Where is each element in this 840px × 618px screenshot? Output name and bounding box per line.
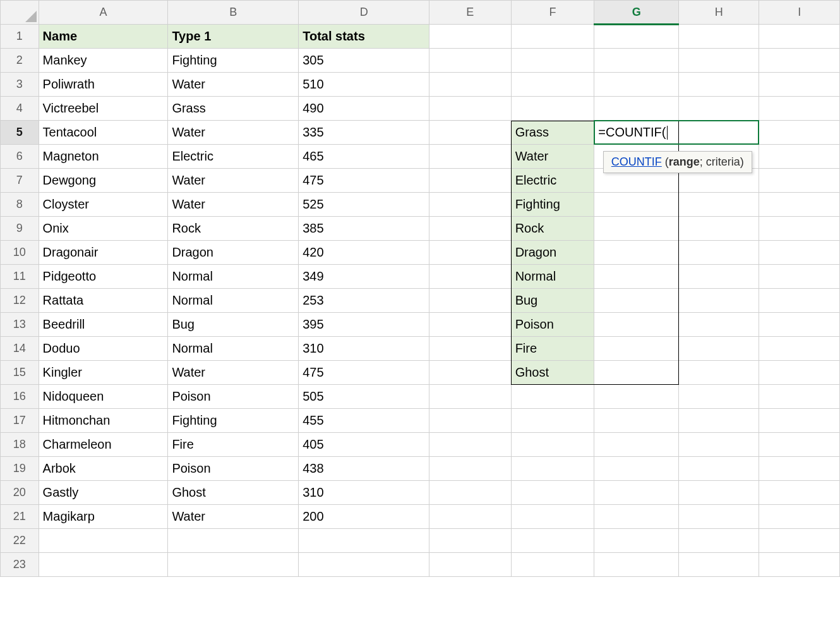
cell-F2[interactable] [511,49,594,73]
cell-I23[interactable] [759,553,840,577]
cell-F1[interactable] [511,25,594,49]
cell-B16[interactable]: Poison [168,385,299,409]
row-header-16[interactable]: 16 [1,385,39,409]
formula-text[interactable]: =COUNTIF( [598,125,666,139]
cell-H5[interactable] [679,121,759,145]
row-header-5[interactable]: 5 [1,121,39,145]
cell-F19[interactable] [511,457,594,481]
row-header-21[interactable]: 21 [1,505,39,529]
cell-H18[interactable] [679,433,759,457]
cell-I6[interactable] [759,145,840,169]
cell-I15[interactable] [759,361,840,385]
cell-E19[interactable] [429,457,512,481]
cell-F3[interactable] [511,73,594,97]
cell-A11[interactable]: Pidgeotto [39,265,168,289]
cell-A12[interactable]: Rattata [39,289,168,313]
cell-A15[interactable]: Kingler [39,361,168,385]
cell-G21[interactable] [594,505,679,529]
cell-I17[interactable] [759,409,840,433]
cell-A21[interactable]: Magikarp [39,505,168,529]
row-header-13[interactable]: 13 [1,313,39,337]
cell-G19[interactable] [594,457,679,481]
cell-E4[interactable] [429,97,512,121]
cell-H1[interactable] [679,25,759,49]
cell-E13[interactable] [429,313,512,337]
cell-F10[interactable]: Dragon [511,241,594,265]
cell-B1[interactable]: Type 1 [168,25,299,49]
cell-G22[interactable] [594,529,679,553]
cell-A8[interactable]: Cloyster [39,193,168,217]
cell-D17[interactable]: 455 [299,409,429,433]
cell-I1[interactable] [759,25,840,49]
cell-D14[interactable]: 310 [299,337,429,361]
row-header-14[interactable]: 14 [1,337,39,361]
cell-A6[interactable]: Magneton [39,145,168,169]
cell-D11[interactable]: 349 [299,265,429,289]
cell-E8[interactable] [429,193,512,217]
cell-F22[interactable] [511,529,594,553]
cell-D8[interactable]: 525 [299,193,429,217]
cell-F6[interactable]: Water [511,145,594,169]
row-header-9[interactable]: 9 [1,217,39,241]
cell-E21[interactable] [429,505,512,529]
cell-E3[interactable] [429,73,512,97]
row-header-12[interactable]: 12 [1,289,39,313]
cell-D3[interactable]: 510 [299,73,429,97]
cell-B21[interactable]: Water [168,505,299,529]
col-header-D[interactable]: D [299,1,429,25]
cell-F15[interactable]: Ghost [511,361,594,385]
cell-E9[interactable] [429,217,512,241]
row-header-1[interactable]: 1 [1,25,39,49]
cell-B5[interactable]: Water [168,121,299,145]
cell-A16[interactable]: Nidoqueen [39,385,168,409]
cell-D6[interactable]: 465 [299,145,429,169]
cell-H12[interactable] [679,289,759,313]
cell-A3[interactable]: Poliwrath [39,73,168,97]
cell-D23[interactable] [299,553,429,577]
cell-B3[interactable]: Water [168,73,299,97]
cell-E12[interactable] [429,289,512,313]
row-header-8[interactable]: 8 [1,193,39,217]
cell-H17[interactable] [679,409,759,433]
cell-B15[interactable]: Water [168,361,299,385]
cell-G23[interactable] [594,553,679,577]
cell-B20[interactable]: Ghost [168,481,299,505]
cell-D19[interactable]: 438 [299,457,429,481]
cell-F17[interactable] [511,409,594,433]
cell-A14[interactable]: Doduo [39,337,168,361]
cell-H14[interactable] [679,337,759,361]
cell-D15[interactable]: 475 [299,361,429,385]
cell-G15[interactable] [594,361,679,385]
cell-B7[interactable]: Water [168,169,299,193]
cell-F12[interactable]: Bug [511,289,594,313]
cell-G9[interactable] [594,217,679,241]
cell-G17[interactable] [594,409,679,433]
cell-E23[interactable] [429,553,512,577]
row-header-23[interactable]: 23 [1,553,39,577]
col-header-F[interactable]: F [511,1,594,25]
cell-F14[interactable]: Fire [511,337,594,361]
col-header-I[interactable]: I [759,1,840,25]
cell-G18[interactable] [594,433,679,457]
cell-I18[interactable] [759,433,840,457]
cell-G20[interactable] [594,481,679,505]
cell-E1[interactable] [429,25,512,49]
cell-G5[interactable]: =COUNTIF( [594,121,679,145]
cell-A7[interactable]: Dewgong [39,169,168,193]
cell-I3[interactable] [759,73,840,97]
cell-D18[interactable]: 405 [299,433,429,457]
cell-E18[interactable] [429,433,512,457]
cell-A19[interactable]: Arbok [39,457,168,481]
cell-D16[interactable]: 505 [299,385,429,409]
cell-E10[interactable] [429,241,512,265]
cell-F4[interactable] [511,97,594,121]
row-header-3[interactable]: 3 [1,73,39,97]
cell-I9[interactable] [759,217,840,241]
cell-A22[interactable] [39,529,168,553]
cell-A18[interactable]: Charmeleon [39,433,168,457]
cell-A17[interactable]: Hitmonchan [39,409,168,433]
cell-F5[interactable]: Grass [511,121,594,145]
row-header-22[interactable]: 22 [1,529,39,553]
cell-E15[interactable] [429,361,512,385]
col-header-A[interactable]: A [39,1,168,25]
